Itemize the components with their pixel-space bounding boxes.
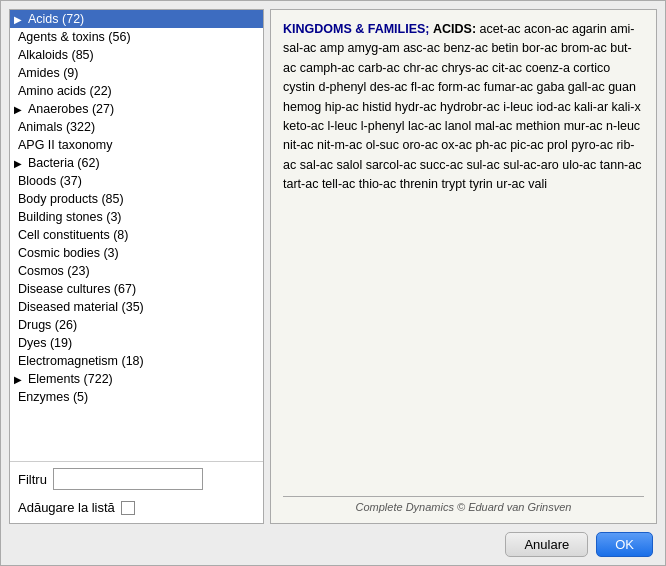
list-item-acids[interactable]: ▶Acids (72) [10,10,263,28]
list-item-label: Elements (722) [28,372,113,386]
list-item-label: Disease cultures (67) [18,282,136,296]
bottom-bar: Anulare OK [1,524,665,565]
list-item-label: Bloods (37) [18,174,82,188]
filter-label: Filtru [18,472,47,487]
list-item-building-stones[interactable]: Building stones (3) [10,208,263,226]
content-body: KINGDOMS & FAMILIES; ACIDS: acet-ac acon… [283,20,644,496]
expand-arrow-icon: ▶ [14,104,26,115]
dialog: ▶Acids (72)Agents & toxins (56)Alkaloids… [0,0,666,566]
list-item-agents-toxins[interactable]: Agents & toxins (56) [10,28,263,46]
list-item-alkaloids[interactable]: Alkaloids (85) [10,46,263,64]
list-item-label: Acids (72) [28,12,84,26]
list-item-elements[interactable]: ▶Elements (722) [10,370,263,388]
list-item-label: Building stones (3) [18,210,122,224]
left-bottom: Filtru Adăugare la listă [10,461,263,523]
add-row: Adăugare la listă [10,496,263,523]
list-item-apg[interactable]: APG II taxonomy [10,136,263,154]
list-item-amino-acids[interactable]: Amino acids (22) [10,82,263,100]
list-item-label: Diseased material (35) [18,300,144,314]
expand-arrow-icon: ▶ [14,374,26,385]
list-item-label: Anaerobes (27) [28,102,114,116]
list-item-bloods[interactable]: Bloods (37) [10,172,263,190]
list-item-diseased-material[interactable]: Diseased material (35) [10,298,263,316]
cancel-button[interactable]: Anulare [505,532,588,557]
list-container[interactable]: ▶Acids (72)Agents & toxins (56)Alkaloids… [10,10,263,461]
list-item-label: Drugs (26) [18,318,77,332]
list-item-cell-constituents[interactable]: Cell constituents (8) [10,226,263,244]
list-item-label: Enzymes (5) [18,390,88,404]
copyright-text: Complete Dynamics © Eduard van Grinsven [356,501,572,513]
list-item-cosmos[interactable]: Cosmos (23) [10,262,263,280]
right-panel: KINGDOMS & FAMILIES; ACIDS: acet-ac acon… [270,9,657,524]
list-item-label: Agents & toxins (56) [18,30,131,44]
list-item-label: Electromagnetism (18) [18,354,144,368]
filter-row: Filtru [10,462,263,496]
left-panel: ▶Acids (72)Agents & toxins (56)Alkaloids… [9,9,264,524]
list-item-label: Amino acids (22) [18,84,112,98]
expand-arrow-icon: ▶ [14,14,26,25]
list-item-electromagnetism[interactable]: Electromagnetism (18) [10,352,263,370]
list-item-bacteria[interactable]: ▶Bacteria (62) [10,154,263,172]
content-subtitle: ACIDS: [433,22,476,36]
list-item-label: Amides (9) [18,66,78,80]
list-item-body-products[interactable]: Body products (85) [10,190,263,208]
list-item-animals[interactable]: Animals (322) [10,118,263,136]
expand-arrow-icon: ▶ [14,158,26,169]
list-item-label: Cosmos (23) [18,264,90,278]
list-item-label: Alkaloids (85) [18,48,94,62]
list-item-label: APG II taxonomy [18,138,112,152]
list-item-dyes[interactable]: Dyes (19) [10,334,263,352]
list-item-label: Cosmic bodies (3) [18,246,119,260]
list-item-anaerobes[interactable]: ▶Anaerobes (27) [10,100,263,118]
list-item-label: Dyes (19) [18,336,72,350]
ok-button[interactable]: OK [596,532,653,557]
list-item-label: Cell constituents (8) [18,228,128,242]
content-title: KINGDOMS & FAMILIES; [283,22,430,36]
list-item-label: Bacteria (62) [28,156,100,170]
list-item-label: Body products (85) [18,192,124,206]
main-content: ▶Acids (72)Agents & toxins (56)Alkaloids… [1,1,665,524]
content-acids-list: acet-ac acon-ac agarin ami-sal-ac amp am… [283,22,641,191]
list-item-enzymes[interactable]: Enzymes (5) [10,388,263,406]
list-item-label: Animals (322) [18,120,95,134]
list-item-drugs[interactable]: Drugs (26) [10,316,263,334]
list-item-cosmic-bodies[interactable]: Cosmic bodies (3) [10,244,263,262]
list-item-amides[interactable]: Amides (9) [10,64,263,82]
add-checkbox[interactable] [121,501,135,515]
list-item-disease-cultures[interactable]: Disease cultures (67) [10,280,263,298]
footer: Complete Dynamics © Eduard van Grinsven [283,496,644,513]
add-label: Adăugare la listă [18,500,115,515]
filter-input[interactable] [53,468,203,490]
